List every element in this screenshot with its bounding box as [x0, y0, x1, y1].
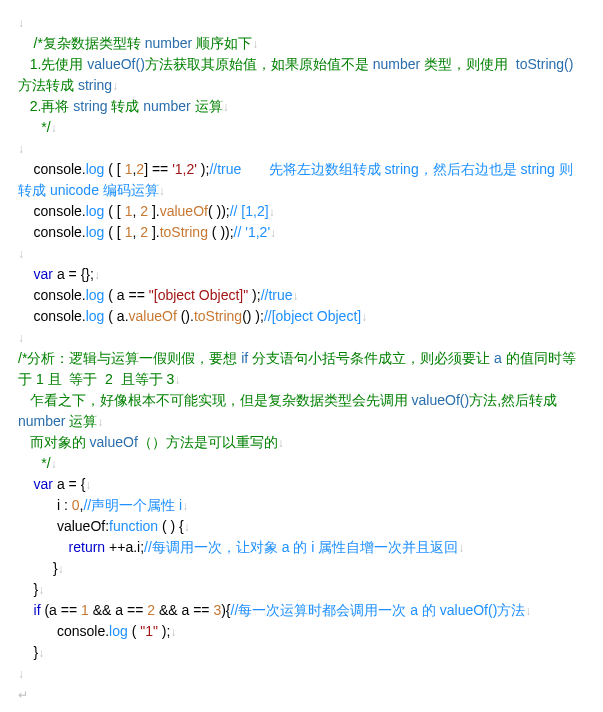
- code-token: console.: [18, 308, 86, 324]
- code-token: //每调用一次，让对象 a 的 i 属性自增一次并且返回: [144, 539, 458, 555]
- newline-marker: ↓: [293, 289, 299, 303]
- newline-marker: ↓: [269, 205, 275, 219]
- code-token: && a ==: [89, 602, 147, 618]
- newline-marker: ↓: [184, 520, 190, 534]
- code-token: log: [109, 623, 128, 639]
- code-line: return ++a.i;//每调用一次，让对象 a 的 i 属性自增一次并且返…: [18, 537, 585, 558]
- code-token: log: [86, 308, 105, 324]
- code-token: console.: [18, 287, 86, 303]
- code-token: [18, 602, 34, 618]
- newline-marker: ↓: [97, 415, 103, 429]
- code-token: string: [78, 77, 112, 93]
- code-token: console.: [18, 161, 86, 177]
- newline-marker: ↓: [270, 226, 276, 240]
- code-token: // '1,2': [234, 224, 270, 240]
- code-token: number: [18, 413, 65, 429]
- code-token: 分支语句小括号条件成立，则必须要让: [248, 350, 494, 366]
- newline-marker: ↵: [18, 688, 28, 702]
- code-token: ){: [221, 602, 230, 618]
- code-token: ( a.: [104, 308, 128, 324]
- code-line: }↓: [18, 558, 585, 579]
- code-token: toString(): [516, 56, 574, 72]
- code-token: 1.先使用: [30, 56, 88, 72]
- code-token: 运算: [65, 413, 97, 429]
- code-token: ( [: [104, 224, 124, 240]
- newline-marker: ↓: [18, 667, 24, 681]
- newline-marker: ↓: [38, 583, 44, 597]
- code-token: }: [18, 560, 58, 576]
- code-token: 2: [147, 602, 155, 618]
- code-token: 2: [140, 203, 152, 219]
- code-token: ( a ==: [104, 287, 148, 303]
- code-token: string: [73, 98, 107, 114]
- code-token: );: [197, 161, 209, 177]
- code-token: ( ));: [208, 224, 234, 240]
- code-token: valueOf(): [412, 392, 470, 408]
- newline-marker: ↓: [170, 625, 176, 639]
- code-token: [18, 476, 34, 492]
- code-token: 2.再将: [30, 98, 74, 114]
- code-token: */: [41, 119, 50, 135]
- code-block: ↓ /*复杂数据类型转 number 顺序如下↓ 1.先使用 valueOf()…: [18, 12, 585, 705]
- code-token: 方法转成: [18, 77, 78, 93]
- code-token: }: [18, 644, 38, 660]
- code-token: if: [34, 602, 41, 618]
- newline-marker: ↓: [525, 604, 531, 618]
- newline-marker: ↓: [18, 16, 24, 30]
- code-token: return: [69, 539, 106, 555]
- newline-marker: ↓: [112, 79, 118, 93]
- code-token: ].: [152, 224, 160, 240]
- code-token: //声明一个属性 i: [83, 497, 182, 513]
- code-token: //[object Object]: [264, 308, 361, 324]
- code-token: [18, 35, 34, 51]
- code-line: console.log ( a.valueOf ().toString() );…: [18, 306, 585, 327]
- code-token: valueOf(): [87, 56, 145, 72]
- code-token: console.: [18, 224, 86, 240]
- code-token: var: [34, 476, 53, 492]
- newline-marker: ↓: [223, 100, 229, 114]
- code-token: [18, 98, 30, 114]
- code-token: 2: [136, 161, 144, 177]
- code-token: //每一次运算时都会调用一次 a 的 valueOf()方法: [231, 602, 526, 618]
- code-token: ( ) {: [158, 518, 184, 534]
- code-token: console.: [18, 623, 109, 639]
- newline-marker: ↓: [278, 436, 284, 450]
- newline-marker: ↓: [18, 331, 24, 345]
- code-line: i : 0,//声明一个属性 i↓: [18, 495, 585, 516]
- newline-marker: ↓: [51, 121, 57, 135]
- code-line: ↓: [18, 243, 585, 264]
- code-token: /*复杂数据类型转: [34, 35, 145, 51]
- code-token: 顺序如下: [192, 35, 252, 51]
- code-line: 1.先使用 valueOf()方法获取其原始值，如果原始值不是 number 类…: [18, 54, 585, 96]
- code-token: console.: [18, 203, 86, 219]
- code-line: */↓: [18, 117, 585, 138]
- code-line: */↓: [18, 453, 585, 474]
- code-token: number: [145, 35, 192, 51]
- code-token: var: [34, 266, 53, 282]
- code-line: 而对象的 valueOf（）方法是可以重写的↓: [18, 432, 585, 453]
- code-token: ++a.i;: [105, 539, 144, 555]
- code-token: ( [: [104, 161, 124, 177]
- code-token: log: [86, 203, 105, 219]
- code-token: i :: [18, 497, 72, 513]
- code-token: [18, 119, 41, 135]
- newline-marker: ↓: [182, 499, 188, 513]
- code-line: 乍看之下，好像根本不可能实现，但是复杂数据类型会先调用 valueOf()方法,…: [18, 390, 585, 432]
- code-token: function: [109, 518, 158, 534]
- code-token: () );: [242, 308, 264, 324]
- code-line: }↓: [18, 642, 585, 663]
- code-token: 1: [81, 602, 89, 618]
- newline-marker: ↓: [94, 268, 100, 282]
- code-token: 而对象的: [18, 434, 90, 450]
- code-token: [18, 56, 30, 72]
- code-line: 2.再将 string 转成 number 运算↓: [18, 96, 585, 117]
- newline-marker: ↓: [252, 37, 258, 51]
- code-line: ↓: [18, 663, 585, 684]
- code-token: }: [18, 581, 38, 597]
- code-token: log: [86, 224, 105, 240]
- code-token: "[object Object]": [149, 287, 248, 303]
- code-token: ] ==: [144, 161, 172, 177]
- code-token: // [1,2]: [230, 203, 269, 219]
- newline-marker: ↓: [51, 457, 57, 471]
- code-token: a: [494, 350, 502, 366]
